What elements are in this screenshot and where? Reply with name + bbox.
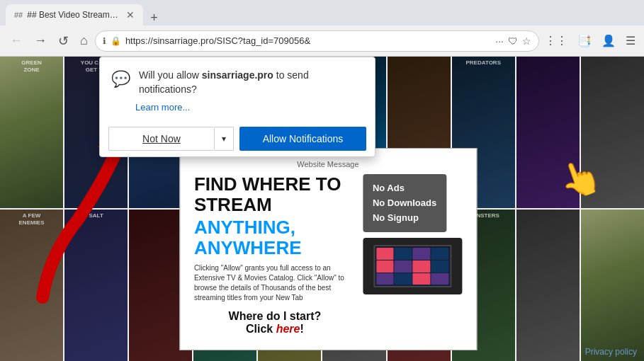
lock-icon: 🔒 [111,36,121,46]
back-button[interactable]: ← [6,30,27,51]
cta-here: here [276,323,300,335]
account-button[interactable]: 👤 [599,31,618,50]
address-bar[interactable]: ℹ 🔒 https://sinsarriage.pro/SISC?tag_id=… [95,30,539,52]
mini-poster [431,273,448,285]
website-message: Website Message FIND WHERE TO STREAM ANY… [179,148,477,350]
mini-poster [376,248,394,260]
poster-b9 [516,210,580,361]
browser-frame: ## ## Best Video Streaming 2 ✕ + ← → ↺ ⌂… [0,0,644,361]
mini-poster [376,273,394,285]
notification-text: Will you allow sinsarriage.pro to send n… [139,69,363,96]
website-description: Clicking "Allow" grants you full access … [194,263,356,303]
not-now-button[interactable]: Not Now [108,127,215,151]
notification-body: 💬 Will you allow sinsarriage.pro to send… [100,57,375,102]
not-now-dropdown[interactable]: ▾ [215,127,234,151]
tab-bar: ## ## Best Video Streaming 2 ✕ + [0,0,644,25]
shield-icon[interactable]: 🛡 [508,35,518,47]
poster-label: GREENZONE [0,57,63,76]
cta-pre: Where do I start? [229,310,322,322]
no-ads-line-3: No Signup [373,211,436,226]
website-cta: Where do I start? Click here! [194,310,356,336]
more-icon[interactable]: ··· [495,35,504,47]
mini-poster [412,260,430,273]
tab-favicon: ## [14,11,23,19]
mini-poster [395,248,412,260]
website-subheadline: ANYTHING, ANYWHERE [194,217,356,258]
website-message-title: Website Message [194,160,462,168]
new-tab-button[interactable]: + [146,11,162,25]
learn-more-link[interactable]: Learn more... [100,102,375,121]
mini-poster [431,248,448,260]
toolbar: ← → ↺ ⌂ ℹ 🔒 https://sinsarriage.pro/SISC… [0,25,644,57]
mini-poster [395,260,412,273]
url-display: https://sinsarriage.pro/SISC?tag_id=7090… [125,35,491,46]
notification-popup: 💬 Will you allow sinsarriage.pro to send… [99,57,375,157]
mini-poster [376,260,394,273]
no-ads-line-1: No Ads [373,181,436,196]
address-icons: ··· 🛡 ☆ [495,35,531,47]
no-ads-line-2: No Downloads [373,196,436,211]
tab-title: ## Best Video Streaming 2 [27,10,119,20]
home-button[interactable]: ⌂ [76,30,92,51]
content-area: GREENZONE YOU CAN'TGET TO DATENIGHT TRON… [0,57,644,361]
poster-label: PREDATORS [452,57,515,69]
mini-poster [412,273,430,285]
browser-tab[interactable]: ## ## Best Video Streaming 2 ✕ [6,4,143,25]
menu-button[interactable]: ☰ [623,31,638,50]
star-icon[interactable]: ☆ [522,35,531,47]
synced-tabs-button[interactable]: 📑 [575,31,594,50]
info-icon: ℹ [103,36,106,46]
poster-b10 [581,210,644,361]
mini-poster [412,248,430,260]
cta-post: ! [300,323,303,335]
laptop-screen [373,245,451,287]
tab-close-button[interactable]: ✕ [126,9,135,21]
mini-poster [431,260,448,273]
allow-notifications-button[interactable]: Allow Notifications [239,127,366,151]
toolbar-right: ⋮⋮ 📑 👤 ☰ [542,31,638,50]
website-headline: FIND WHERE TO STREAM [194,174,356,214]
notification-chat-icon: 💬 [111,70,130,96]
privacy-policy-link[interactable]: Privacy policy [585,347,637,357]
forward-button[interactable]: → [30,30,51,51]
mini-poster [395,273,412,285]
cta-mid: Click [246,323,276,335]
extensions-button[interactable]: ⋮⋮ [542,31,570,50]
website-message-left: FIND WHERE TO STREAM ANYTHING, ANYWHERE … [194,174,356,336]
website-message-content: FIND WHERE TO STREAM ANYTHING, ANYWHERE … [194,174,462,336]
notification-message-pre: Will you allow [139,69,202,81]
website-message-right: No Ads No Downloads No Signup [363,174,462,336]
notification-domain: sinsarriage.pro [202,69,273,81]
no-ads-box: No Ads No Downloads No Signup [363,174,446,232]
laptop-image [363,238,462,294]
notification-buttons: Not Now ▾ Allow Notifications [100,121,375,156]
refresh-button[interactable]: ↺ [54,30,73,52]
